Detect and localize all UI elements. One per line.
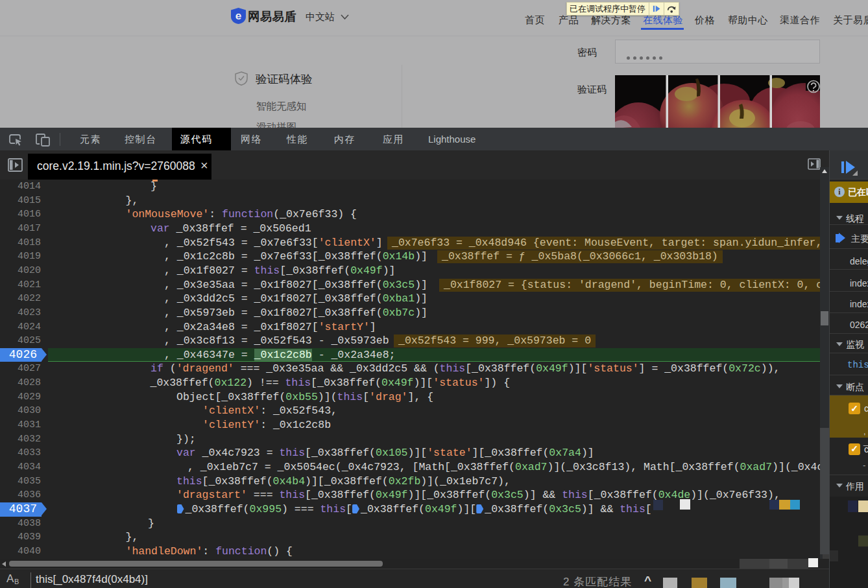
svg-text:e: e (235, 10, 241, 22)
